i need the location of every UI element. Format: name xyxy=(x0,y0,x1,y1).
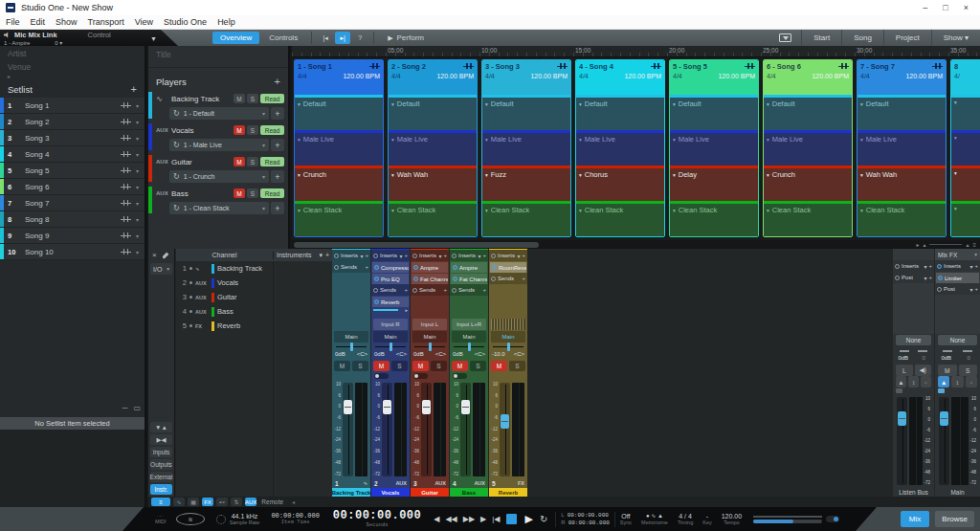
title-field[interactable]: Title xyxy=(148,46,288,68)
help-button[interactable]: ? xyxy=(352,32,368,44)
patch-lane-guitar[interactable]: ▾Delay xyxy=(670,166,758,201)
power-icon[interactable] xyxy=(453,277,457,281)
power-icon[interactable] xyxy=(374,299,379,304)
link-icon[interactable]: ◦ xyxy=(921,376,931,387)
inserts-header[interactable]: Inserts▾+ xyxy=(489,250,527,261)
setlist-item[interactable]: 2Song 2▾ xyxy=(0,114,145,130)
patch-lane-backing[interactable]: ▾Default xyxy=(764,95,852,130)
power-icon[interactable] xyxy=(938,276,943,280)
zoom-slider[interactable] xyxy=(929,244,962,245)
loop-button[interactable]: ↻ xyxy=(537,514,550,524)
perform-button[interactable]: ▶ Perform xyxy=(380,32,432,44)
pan-value[interactable]: <C> xyxy=(357,351,368,361)
chevron-down-icon[interactable]: ▾ xyxy=(298,137,301,143)
tempo-display[interactable]: 120.00Tempo xyxy=(722,513,742,526)
inserts-header[interactable]: Inserts▾+ xyxy=(450,250,488,261)
inserts-header[interactable]: Inserts▾+ xyxy=(893,260,934,272)
setlist-item[interactable]: 8Song 8▾ xyxy=(0,211,145,228)
power-icon[interactable] xyxy=(413,265,418,270)
patch-lane-guitar[interactable]: ▾Wah Wah xyxy=(858,166,946,201)
menu-view[interactable]: View xyxy=(135,17,153,27)
loop-range-display[interactable]: L00:00:00.000 R00:00:00.000 xyxy=(561,512,610,525)
device-dropdown-caret[interactable]: ▼ xyxy=(150,35,157,42)
patch-lane-vocals[interactable]: ▾Male Live xyxy=(389,130,477,166)
gain-value[interactable]: 0dB xyxy=(374,351,385,361)
channel-strip-guitar[interactable]: Inserts▾+AmpireFat ChannelSends+Input LM… xyxy=(411,249,449,498)
patch-lane-backing[interactable]: ▾Default xyxy=(576,95,664,130)
add-send-button[interactable]: + xyxy=(443,287,447,293)
song-header[interactable]: 2 - Song 24/4120.00 BPM xyxy=(389,60,477,95)
menu-file[interactable]: File xyxy=(6,17,20,27)
chevron-down-icon[interactable]: ▾ xyxy=(924,263,926,270)
add-player-button[interactable]: + xyxy=(275,76,280,87)
io-icon[interactable]: ↕ xyxy=(908,376,919,387)
mixer-icon[interactable] xyxy=(121,232,131,239)
fader-cap[interactable] xyxy=(461,400,470,414)
bus-button-1[interactable]: M xyxy=(938,365,957,376)
player-row[interactable]: ∿Backing TrackMSRead↻1 - Default▾+ xyxy=(148,91,284,120)
insert-slot[interactable]: Fat Channel xyxy=(451,274,487,284)
power-icon[interactable] xyxy=(492,265,497,270)
monitor-icon[interactable] xyxy=(779,33,791,42)
fader-cap[interactable] xyxy=(344,400,352,414)
patch-selector[interactable]: ↻1 - Male Live▾ xyxy=(169,139,269,151)
chevron-down-icon[interactable]: ▾ xyxy=(579,137,582,143)
add-patch-button[interactable]: + xyxy=(271,139,284,151)
zoom-out-icon[interactable]: ▴ xyxy=(923,241,925,248)
mute-button[interactable]: M xyxy=(234,188,245,198)
setlist-item[interactable]: 3Song 3▾ xyxy=(0,130,145,146)
chevron-down-icon[interactable]: ▾ xyxy=(262,110,265,117)
pan-value[interactable]: <C> xyxy=(435,351,446,361)
fast-forward-button[interactable]: ▶▶ xyxy=(460,515,478,523)
page-button-show[interactable]: Show ▾ xyxy=(931,30,980,46)
pan-slider[interactable] xyxy=(493,343,523,351)
mixer-icon[interactable] xyxy=(932,62,943,70)
input-routing[interactable] xyxy=(491,319,525,330)
song-column[interactable]: 5 - Song 54/4120.00 BPM▾Default▾Male Liv… xyxy=(669,59,759,237)
chevron-down-icon[interactable]: ▾ xyxy=(136,102,139,109)
metronome-icon[interactable]: ▲ xyxy=(657,513,663,519)
power-icon[interactable] xyxy=(373,288,378,293)
automation-mode-button[interactable]: Read xyxy=(260,125,284,135)
mixer-icon[interactable] xyxy=(121,150,131,158)
volume-fader[interactable] xyxy=(500,383,510,476)
chevron-down-icon[interactable]: ▾ xyxy=(485,172,488,178)
maximize-button[interactable]: □ xyxy=(943,3,947,12)
chevron-down-icon[interactable]: ▾ xyxy=(517,253,520,259)
chevron-down-icon[interactable]: ▾ xyxy=(319,252,323,259)
song-header[interactable]: 5 - Song 54/4120.00 BPM xyxy=(670,60,758,95)
mixer-icon[interactable] xyxy=(121,101,131,109)
fader-zone[interactable]: 1060-6-12-24-36-48-72 xyxy=(489,381,527,478)
channel-list-row[interactable]: 4AUXBass xyxy=(176,304,273,319)
chevron-down-icon[interactable]: ▾ xyxy=(136,167,139,174)
cycle-patch-icon[interactable]: ↻ xyxy=(173,172,180,181)
fader-cap[interactable] xyxy=(422,400,431,414)
insert-slot[interactable]: Compressor xyxy=(372,262,409,273)
patch-lane-vocals[interactable]: ▾Male Live xyxy=(670,130,758,166)
artist-field[interactable]: Artist xyxy=(0,46,145,59)
chevron-down-icon[interactable]: ▾ xyxy=(969,286,972,293)
patch-lane-vocals[interactable]: ▾Male Live xyxy=(482,130,570,166)
power-icon[interactable] xyxy=(334,254,339,258)
chevron-down-icon[interactable]: ▾ xyxy=(391,137,394,143)
tab-controls[interactable]: Controls xyxy=(261,32,305,44)
mute-button[interactable]: M xyxy=(234,94,245,103)
patch-lane-bass[interactable]: ▾Clean Stack xyxy=(858,201,946,236)
patch-lane-bass[interactable]: ▾Clean Stack xyxy=(389,201,477,236)
song-header[interactable]: 7 - Song 74/4120.00 BPM xyxy=(858,60,946,95)
patch-lane-bass[interactable]: ▾Clean Stack xyxy=(576,201,664,236)
cycle-patch-icon[interactable]: ↻ xyxy=(173,204,180,212)
patch-lane-vocals[interactable]: ▾Male Live xyxy=(295,130,383,166)
inserts-header[interactable]: Inserts▾+ xyxy=(332,250,370,261)
add-send-button[interactable]: + xyxy=(482,287,486,293)
power-icon[interactable] xyxy=(937,264,942,269)
patch-selector[interactable]: ↻1 - Crunch▾ xyxy=(169,170,269,183)
patch-lane-backing[interactable]: ▾Default xyxy=(858,95,946,130)
solo-button[interactable]: S xyxy=(470,361,486,371)
rewind-button[interactable]: ◀◀ xyxy=(442,515,459,523)
menu-transport[interactable]: Transport xyxy=(88,17,124,27)
sync-display[interactable]: OffSync xyxy=(620,513,632,526)
bus-strip-listen-bus[interactable]: Inserts▾+Post▾+None0dB0L◀)▲↕◦1060-6-12-2… xyxy=(893,249,934,498)
song-header[interactable]: 1 - Song 14/4120.00 BPM xyxy=(295,60,383,95)
add-patch-button[interactable]: + xyxy=(271,202,284,214)
